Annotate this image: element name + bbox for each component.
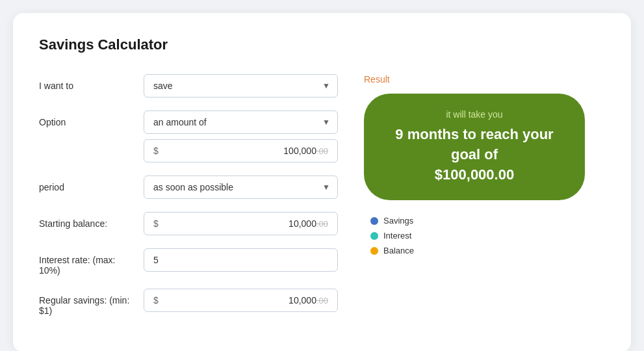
interest-rate-controls bbox=[144, 248, 338, 272]
interest-rate-row: Interest rate: (max: 10%) bbox=[39, 248, 338, 276]
legend-interest: Interest bbox=[370, 231, 414, 240]
period-controls: as soon as possible in 1 year in 2 years… bbox=[144, 176, 338, 199]
main-card: Savings Calculator I want to save spend … bbox=[13, 13, 631, 351]
interest-dot bbox=[370, 232, 378, 240]
option-select[interactable]: an amount of a percentage of bbox=[144, 110, 338, 134]
result-line1: 9 months to reach your goal of bbox=[395, 126, 553, 162]
regular-savings-dollar: $ bbox=[153, 295, 159, 306]
amount-display[interactable]: $ 100,000.00 bbox=[144, 139, 338, 162]
period-select-wrapper[interactable]: as soon as possible in 1 year in 2 years… bbox=[144, 176, 338, 199]
regular-savings-label: Regular savings: (min: $1) bbox=[39, 289, 133, 316]
option-row: Option an amount of a percentage of ▼ $ … bbox=[39, 110, 338, 162]
starting-balance-row: Starting balance: $ 10,000.00 bbox=[39, 212, 338, 235]
interest-rate-input[interactable] bbox=[144, 248, 338, 272]
starting-balance-controls: $ 10,000.00 bbox=[144, 212, 338, 235]
want-to-row: I want to save spend ▼ bbox=[39, 74, 338, 98]
page-title: Savings Calculator bbox=[39, 36, 605, 53]
regular-savings-display[interactable]: $ 10,000.00 bbox=[144, 289, 338, 312]
want-to-select-wrapper[interactable]: save spend ▼ bbox=[144, 74, 338, 98]
interest-rate-label: Interest rate: (max: 10%) bbox=[39, 248, 133, 276]
regular-savings-main: 10,000 bbox=[289, 295, 316, 306]
legend: Savings Interest Balance bbox=[370, 216, 414, 255]
want-to-select[interactable]: save spend bbox=[144, 74, 338, 98]
amount-main-value: 100,000 bbox=[283, 146, 316, 156]
result-card: it will take you 9 months to reach your … bbox=[364, 94, 585, 200]
period-row: period as soon as possible in 1 year in … bbox=[39, 176, 338, 199]
period-label: period bbox=[39, 176, 133, 192]
option-select-wrapper[interactable]: an amount of a percentage of ▼ bbox=[144, 110, 338, 134]
balance-dot bbox=[370, 247, 378, 255]
interest-label: Interest bbox=[383, 231, 411, 240]
result-label: Result bbox=[364, 74, 390, 84]
starting-balance-main: 10,000 bbox=[289, 218, 316, 229]
savings-label: Savings bbox=[383, 216, 413, 226]
starting-balance-display[interactable]: $ 10,000.00 bbox=[144, 212, 338, 235]
starting-balance-label: Starting balance: bbox=[39, 212, 133, 229]
result-subtitle: it will take you bbox=[387, 109, 561, 120]
amount-strike-value: .00 bbox=[316, 146, 328, 156]
option-label: Option bbox=[39, 110, 133, 127]
savings-dot bbox=[370, 217, 378, 225]
starting-balance-dollar: $ bbox=[153, 218, 159, 229]
starting-balance-amount: 10,000.00 bbox=[164, 218, 328, 229]
balance-label: Balance bbox=[383, 246, 414, 255]
result-line2: $100,000.00 bbox=[435, 166, 514, 183]
regular-savings-row: Regular savings: (min: $1) $ 10,000.00 bbox=[39, 289, 338, 316]
amount-dollar-sign: $ bbox=[153, 146, 159, 156]
content-layout: I want to save spend ▼ Option bbox=[39, 74, 605, 329]
right-panel: Result it will take you 9 months to reac… bbox=[364, 74, 605, 329]
result-main: 9 months to reach your goal of $100,000.… bbox=[387, 125, 561, 185]
legend-savings: Savings bbox=[370, 216, 414, 226]
starting-balance-strike: .00 bbox=[316, 219, 328, 229]
want-to-label: I want to bbox=[39, 74, 133, 91]
option-controls: an amount of a percentage of ▼ $ 100,000… bbox=[144, 110, 338, 162]
amount-display-value: 100,000.00 bbox=[164, 146, 328, 156]
regular-savings-amount: 10,000.00 bbox=[164, 295, 328, 306]
left-panel: I want to save spend ▼ Option bbox=[39, 74, 338, 329]
period-select[interactable]: as soon as possible in 1 year in 2 years… bbox=[144, 176, 338, 199]
regular-savings-controls: $ 10,000.00 bbox=[144, 289, 338, 312]
regular-savings-strike: .00 bbox=[316, 296, 328, 306]
want-to-controls: save spend ▼ bbox=[144, 74, 338, 98]
legend-balance: Balance bbox=[370, 246, 414, 255]
